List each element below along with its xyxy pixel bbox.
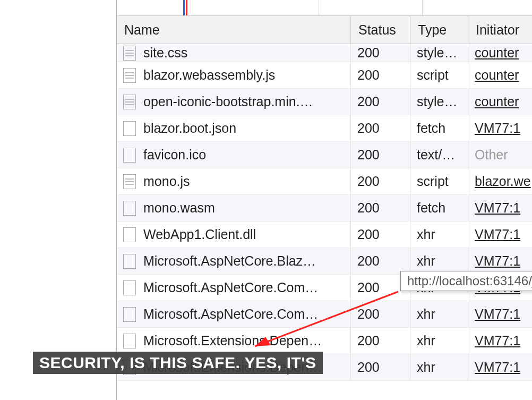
type-cell: xhr	[410, 248, 468, 274]
header-initiator[interactable]: Initiator	[468, 16, 532, 44]
initiator-cell[interactable]: Other	[468, 142, 532, 168]
table-row[interactable]: favicon.ico200text/…Other	[117, 142, 532, 168]
table-row[interactable]: Microsoft.AspNetCore.Com…200xhrVM77:1	[117, 301, 532, 328]
initiator-cell[interactable]: VM77:1	[468, 195, 532, 221]
table-row[interactable]: mono.wasm200fetchVM77:1	[117, 195, 532, 222]
initiator-link[interactable]: VM77:1	[475, 333, 520, 348]
file-icon	[123, 334, 136, 348]
type-cell: style…	[410, 44, 468, 62]
name-cell[interactable]: Microsoft.AspNetCore.Com…	[117, 275, 351, 301]
status-cell: 200	[351, 195, 410, 221]
name-cell[interactable]: blazor.webassembly.js	[117, 62, 351, 88]
file-icon	[123, 121, 136, 136]
timeline-overview[interactable]	[117, 0, 532, 16]
initiator-link[interactable]: VM77:1	[475, 121, 520, 136]
file-name: blazor.boot.json	[143, 121, 236, 136]
file-name: blazor.webassembly.js	[143, 67, 275, 83]
type-cell: xhr	[410, 301, 468, 327]
initiator-cell[interactable]: counter	[468, 62, 532, 88]
name-cell[interactable]: favicon.ico	[117, 142, 351, 168]
file-text-icon	[123, 46, 136, 61]
initiator-cell[interactable]: VM77:1	[468, 222, 532, 248]
file-icon	[123, 307, 136, 322]
header-type[interactable]: Type	[410, 16, 468, 44]
status-cell: 200	[351, 44, 410, 62]
domcontentloaded-marker	[183, 0, 185, 15]
type-cell: fetch	[410, 115, 468, 141]
initiator-cell[interactable]: counter	[468, 89, 532, 115]
file-icon	[123, 227, 136, 242]
file-text-icon	[123, 174, 136, 189]
status-cell: 200	[351, 354, 410, 380]
initiator-link[interactable]: VM77:1	[475, 307, 520, 322]
name-cell[interactable]: Microsoft.AspNetCore.Blaz…	[117, 248, 351, 274]
table-row[interactable]: blazor.boot.json200fetchVM77:1	[117, 115, 532, 142]
load-marker	[186, 0, 187, 15]
initiator-text: Other	[475, 147, 508, 163]
status-cell: 200	[351, 168, 410, 194]
table-row[interactable]: Microsoft.Extensions.Depen…200xhrVM77:1	[117, 328, 532, 354]
file-icon	[123, 280, 136, 295]
initiator-cell[interactable]: blazor.we	[468, 168, 532, 194]
initiator-link[interactable]: VM77:1	[475, 227, 520, 242]
initiator-cell[interactable]: VM77:1	[468, 328, 532, 354]
name-cell[interactable]: site.css	[117, 44, 351, 62]
header-status[interactable]: Status	[351, 16, 410, 44]
table-row[interactable]: WebApp1.Client.dll200xhrVM77:1	[117, 222, 532, 248]
name-cell[interactable]: mono.wasm	[117, 195, 351, 221]
status-cell: 200	[351, 328, 410, 354]
initiator-link[interactable]: blazor.we	[475, 174, 531, 189]
initiator-link[interactable]: VM77:1	[475, 360, 520, 375]
file-text-icon	[123, 68, 136, 83]
status-cell: 200	[351, 301, 410, 327]
file-name: favicon.ico	[143, 147, 206, 163]
name-cell[interactable]: open-iconic-bootstrap.min.…	[117, 89, 351, 115]
type-cell: script	[410, 168, 468, 194]
network-panel: Name Status Type Initiator site.css200st…	[116, 0, 532, 400]
file-name: Microsoft.AspNetCore.Blaz…	[143, 253, 316, 269]
table-row[interactable]: mono.js200scriptblazor.we	[117, 168, 532, 195]
initiator-link[interactable]: counter	[475, 94, 519, 109]
video-caption: SECURITY, IS THIS SAFE. YES, IT'S	[33, 352, 323, 374]
type-cell: xhr	[410, 328, 468, 354]
name-cell[interactable]: WebApp1.Client.dll	[117, 222, 351, 248]
initiator-link[interactable]: counter	[475, 67, 519, 83]
status-cell: 200	[351, 142, 410, 168]
initiator-link[interactable]: VM77:1	[475, 200, 520, 216]
file-name: Microsoft.AspNetCore.Com…	[143, 280, 318, 295]
type-cell: fetch	[410, 195, 468, 221]
name-cell[interactable]: Microsoft.AspNetCore.Com…	[117, 301, 351, 327]
file-name: site.css	[143, 45, 187, 61]
file-name: WebApp1.Client.dll	[143, 227, 256, 242]
initiator-cell[interactable]: VM77:1	[468, 354, 532, 380]
table-row[interactable]: open-iconic-bootstrap.min.…200style…coun…	[117, 89, 532, 115]
status-cell: 200	[351, 222, 410, 248]
status-cell: 200	[351, 62, 410, 88]
status-cell: 200	[351, 89, 410, 115]
initiator-cell[interactable]: VM77:1	[468, 115, 532, 141]
name-cell[interactable]: blazor.boot.json	[117, 115, 351, 141]
file-icon	[123, 148, 136, 163]
name-cell[interactable]: mono.js	[117, 168, 351, 194]
initiator-link[interactable]: counter	[475, 45, 519, 61]
type-cell: style…	[410, 89, 468, 115]
initiator-cell[interactable]: counter	[468, 44, 532, 62]
initiator-cell[interactable]: VM77:1	[468, 248, 532, 274]
file-icon	[123, 254, 136, 269]
table-row[interactable]: blazor.webassembly.js200scriptcounter	[117, 62, 532, 89]
network-rows: site.css200style…counterblazor.webassemb…	[117, 44, 532, 381]
name-cell[interactable]: Microsoft.Extensions.Depen…	[117, 328, 351, 354]
type-cell: xhr	[410, 222, 468, 248]
file-text-icon	[123, 95, 136, 109]
initiator-link[interactable]: VM77:1	[475, 253, 520, 269]
type-cell: xhr	[410, 354, 468, 380]
table-row[interactable]: site.css200style…counter	[117, 44, 532, 62]
type-cell: script	[410, 62, 468, 88]
initiator-cell[interactable]: VM77:1	[468, 301, 532, 327]
file-name: mono.wasm	[143, 200, 215, 216]
file-name: Microsoft.Extensions.Depen…	[143, 333, 322, 348]
type-cell: text/…	[410, 142, 468, 168]
url-tooltip: http://localhost:63146/_framework/_	[400, 271, 532, 291]
header-name[interactable]: Name	[117, 16, 351, 44]
file-name: mono.js	[143, 174, 190, 189]
